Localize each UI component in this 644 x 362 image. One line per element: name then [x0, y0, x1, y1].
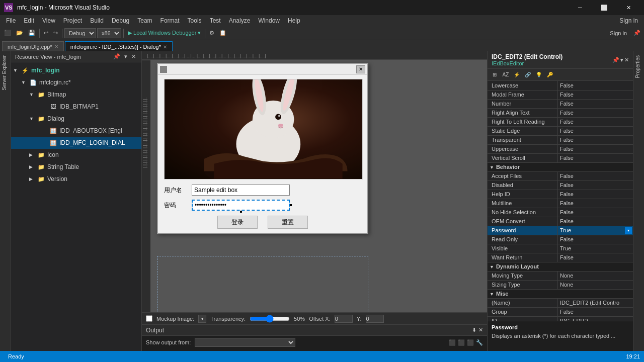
offset-x-input[interactable]	[335, 315, 353, 323]
props-close-btn[interactable]: ✕	[624, 57, 629, 63]
prop-rightalign[interactable]: Right Align Text False	[488, 108, 633, 117]
prop-id[interactable]: ID IDC_EDIT2	[488, 316, 633, 321]
minimize-button[interactable]: ─	[569, 0, 592, 15]
prop-staticedge[interactable]: Static Edge False	[488, 126, 633, 135]
tree-bitmap[interactable]: ▼ 📁 Bitmap	[11, 88, 141, 101]
prop-multiline[interactable]: Multiline False	[488, 199, 633, 208]
output-toolbar-btn2[interactable]: ⬛	[458, 339, 465, 346]
redo-btn[interactable]: ↪	[51, 28, 60, 39]
prop-readonly[interactable]: Read Only False	[488, 235, 633, 244]
menu-format[interactable]: Format	[156, 15, 184, 26]
prop-movingtype[interactable]: Moving Type None	[488, 271, 633, 280]
menu-file[interactable]: File	[2, 15, 20, 26]
menu-build[interactable]: Build	[86, 15, 108, 26]
tab-close-dialog[interactable]: ✕	[163, 44, 167, 50]
properties-side-tab[interactable]: Properties	[633, 51, 644, 82]
props-tb-btn6[interactable]: 🔑	[545, 70, 555, 79]
output-toolbar-btn1[interactable]: ⬛	[449, 339, 456, 346]
tab-cpp[interactable]: mfc_loginDlg.cpp* ✕	[2, 41, 64, 51]
output-btn2[interactable]: ✕	[478, 327, 483, 333]
prop-disabled[interactable]: Disabled False	[488, 180, 633, 190]
menu-tools[interactable]: Tools	[184, 15, 206, 26]
menu-test[interactable]: Test	[206, 15, 225, 26]
dialog-close-btn[interactable]: ✕	[356, 65, 365, 73]
resource-view-panel: Resource View - mfc_login 📌 ▾ ✕ ▼ ⚡ mfc_…	[11, 51, 142, 362]
menu-view[interactable]: View	[38, 15, 59, 26]
tree-aboutbox[interactable]: ▶ 🪟 IDD_ABOUTBOX [Engl	[11, 125, 141, 137]
props-sort-category-btn[interactable]: ⊞	[490, 70, 500, 79]
prop-helpid[interactable]: Help ID False	[488, 190, 633, 199]
tree-logindlg[interactable]: ▶ 🪟 IDD_MFC_LOGIN_DIAL	[11, 137, 141, 149]
prop-password[interactable]: Password True ▾	[488, 226, 633, 235]
mockup-checkbox[interactable]	[146, 315, 152, 322]
prop-group[interactable]: Group False	[488, 307, 633, 316]
prop-sizingtype[interactable]: Sizing Type None	[488, 280, 633, 289]
tree-dialog[interactable]: ▼ 📁 Dialog	[11, 113, 141, 125]
undo-btn[interactable]: ↩	[42, 28, 50, 39]
new-project-btn[interactable]: ⬛	[2, 28, 13, 39]
resource-view-close[interactable]: ✕	[130, 53, 137, 60]
tree-root[interactable]: ▼ ⚡ mfc_login	[11, 64, 141, 76]
toolbar-btn-1[interactable]: ⚙	[207, 28, 216, 39]
menu-project[interactable]: Project	[59, 15, 86, 26]
sign-in-label[interactable]: Sign in	[610, 30, 627, 36]
mockup-browse-btn[interactable]: ▾	[198, 315, 206, 323]
transparency-slider[interactable]	[250, 315, 290, 323]
prop-lowercase[interactable]: Lowercase False	[488, 81, 633, 90]
platform-dropdown[interactable]: x86	[97, 28, 121, 38]
prop-visible[interactable]: Visible True	[488, 244, 633, 253]
username-input[interactable]	[192, 185, 290, 196]
prop-name-field[interactable]: (Name) IDC_EDIT2 (Edit Contro	[488, 298, 633, 307]
props-tb-btn5[interactable]: 💡	[534, 70, 544, 79]
prop-vertscroll[interactable]: Vertical Scroll False	[488, 153, 633, 162]
reset-btn[interactable]: 重置	[268, 216, 308, 229]
output-source-dropdown[interactable]	[195, 338, 295, 347]
output-toolbar-btn3[interactable]: ⬛	[467, 339, 474, 346]
menu-debug[interactable]: Debug	[108, 15, 133, 26]
maximize-button[interactable]: ⬜	[593, 0, 616, 15]
prop-wantreturn[interactable]: Want Return False	[488, 253, 633, 262]
props-menu-btn[interactable]: ▾	[620, 57, 623, 63]
props-pin-btn[interactable]: 📌	[612, 57, 619, 63]
tree-version[interactable]: ▶ 📁 Version	[11, 173, 141, 185]
prop-rtl[interactable]: Right To Left Reading False	[488, 117, 633, 126]
output-toolbar-btn4[interactable]: 🔧	[476, 339, 483, 346]
debug-config-dropdown[interactable]: Debug	[64, 28, 96, 38]
resource-view-menu[interactable]: ▾	[123, 53, 129, 60]
menu-help[interactable]: Help	[284, 15, 304, 26]
sign-in[interactable]: Sign in	[615, 15, 642, 26]
tree-icon[interactable]: ▶ 📁 Icon	[11, 149, 141, 161]
prop-acceptfiles[interactable]: Accept Files False	[488, 171, 633, 180]
prop-modalframe[interactable]: Modal Frame False	[488, 90, 633, 99]
output-btn1[interactable]: ⬇	[472, 327, 476, 333]
tree-bitmap1[interactable]: ▶ 🖼 IDB_BITMAP1	[11, 101, 141, 113]
prop-nohideselection[interactable]: No Hide Selection False	[488, 208, 633, 217]
prop-number[interactable]: Number False	[488, 99, 633, 108]
tree-rcfile[interactable]: ▼ 📄 mfclogin.rc*	[11, 76, 141, 88]
resource-view-pin[interactable]: 📌	[112, 53, 122, 60]
start-debugging-btn[interactable]: ▶ Local Windows Debugger ▾	[126, 28, 203, 39]
offset-y-input[interactable]	[366, 315, 384, 323]
open-btn[interactable]: 📂	[14, 28, 25, 39]
prop-transparent[interactable]: Transparent False	[488, 135, 633, 144]
menu-analyze[interactable]: Analyze	[225, 15, 255, 26]
props-pin[interactable]: 📌	[632, 26, 642, 41]
menu-window[interactable]: Window	[254, 15, 284, 26]
tab-dialog[interactable]: mfclogin.rc - IDD_...States)] - Dialog* …	[65, 41, 173, 51]
props-tb-btn4[interactable]: 🔗	[523, 70, 533, 79]
login-btn[interactable]: 登录	[217, 216, 258, 229]
prop-dropdown-arrow[interactable]: ▾	[625, 227, 632, 234]
prop-uppercase[interactable]: Uppercase False	[488, 144, 633, 153]
tab-close-cpp[interactable]: ✕	[54, 44, 58, 49]
props-tb-btn3[interactable]: ⚡	[512, 70, 522, 79]
props-sort-alpha-btn[interactable]: AZ	[501, 70, 511, 79]
tree-stringtable[interactable]: ▶ 📁 String Table	[11, 161, 141, 173]
password-input[interactable]	[192, 200, 290, 211]
close-button[interactable]: ✕	[617, 0, 640, 15]
save-btn[interactable]: 💾	[26, 28, 37, 39]
menu-team[interactable]: Team	[133, 15, 156, 26]
prop-oemconvert[interactable]: OEM Convert False	[488, 217, 633, 226]
server-explorer-tab[interactable]: Server Explorer	[0, 51, 11, 94]
menu-edit[interactable]: Edit	[20, 15, 38, 26]
toolbar-btn-2[interactable]: 📋	[217, 28, 228, 39]
